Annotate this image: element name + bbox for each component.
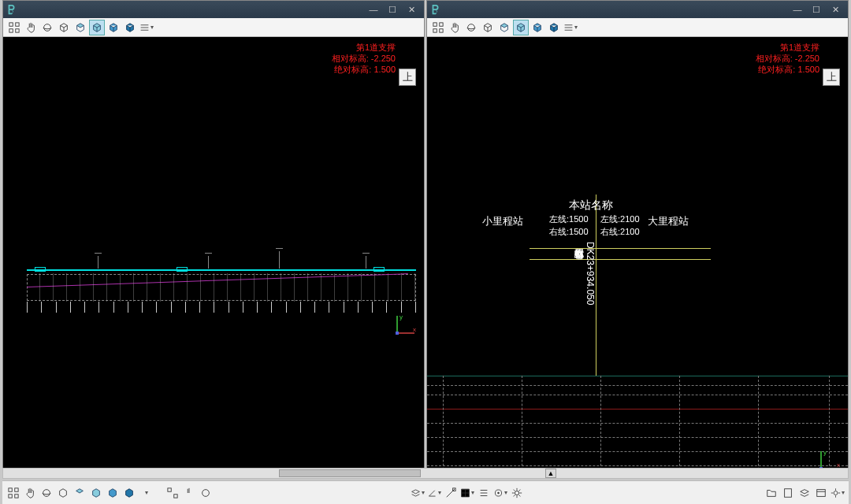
orbit-icon[interactable]	[198, 485, 214, 501]
snap-grid-icon[interactable]	[459, 485, 475, 501]
left-line-bot: 右线:1500	[549, 226, 589, 238]
view-fit-icon[interactable]	[6, 485, 21, 501]
left-viewport[interactable]: 第1道支撑 相对标高: -2.250 绝对标高: 1.500 上	[3, 37, 424, 478]
left-coord-axes: x y	[394, 313, 418, 336]
svg-rect-33	[817, 489, 826, 496]
pan-icon[interactable]	[181, 485, 197, 501]
scroll-thumb[interactable]	[279, 469, 421, 477]
cube-side-icon[interactable]	[513, 20, 529, 35]
view-more-dropdown[interactable]	[139, 20, 154, 35]
cube-solid-icon[interactable]	[122, 20, 138, 35]
view-fit-icon[interactable]	[6, 20, 22, 35]
maximize-button[interactable]: ☐	[807, 2, 826, 17]
svg-point-4	[44, 24, 51, 31]
section-ticks	[27, 302, 416, 316]
right-view-cube[interactable]: 上	[823, 69, 840, 86]
cube-iso-icon[interactable]	[530, 20, 545, 35]
pan-icon[interactable]	[447, 20, 463, 35]
folder-icon[interactable]	[764, 485, 779, 501]
horizontal-scrollbar[interactable]: ▲	[2, 468, 849, 479]
snap-target-icon[interactable]	[492, 485, 508, 501]
lower-grid	[427, 376, 848, 478]
right-line-top: 左线:2100	[600, 213, 640, 225]
view-more-dropdown[interactable]	[563, 20, 578, 35]
snap-endpoint-icon[interactable]	[443, 485, 459, 501]
cube-front-icon[interactable]	[56, 20, 72, 35]
svg-rect-22	[9, 494, 12, 497]
cube-top-icon[interactable]	[72, 20, 88, 35]
sheet-icon[interactable]	[780, 485, 796, 501]
bottom-center-tools	[410, 485, 525, 501]
orbit-icon[interactable]	[39, 20, 55, 35]
pan-icon[interactable]	[22, 485, 38, 501]
cube-solid-icon[interactable]	[121, 485, 137, 501]
window-icon[interactable]	[813, 485, 829, 501]
app-logo-icon	[430, 4, 441, 15]
close-button[interactable]: ✕	[826, 2, 845, 17]
svg-rect-21	[15, 487, 18, 491]
settings-gear-icon[interactable]	[830, 485, 845, 501]
svg-point-14	[468, 24, 475, 31]
scroll-up-arrow[interactable]: ▲	[545, 469, 556, 478]
svg-text:x: x	[413, 326, 416, 333]
cube-iso-icon[interactable]	[106, 20, 121, 35]
snap-angle-icon[interactable]	[426, 485, 442, 501]
left-pane: — ☐ ✕ 第1道支撑 相对标高: -2.250 绝对标高: 1.500 上	[2, 0, 425, 479]
right-overlay-info: 第1道支撑 相对标高: -2.250 绝对标高: 1.500	[756, 42, 819, 75]
cube-front-icon[interactable]	[55, 485, 71, 501]
snap-gear-icon[interactable]	[509, 485, 525, 501]
svg-rect-20	[9, 487, 12, 491]
view-more-dropdown[interactable]	[138, 485, 154, 501]
svg-rect-9	[396, 332, 399, 335]
right-toolbar	[427, 18, 848, 37]
info-line1: 第1道支撑	[756, 42, 819, 53]
svg-text:y: y	[823, 449, 827, 456]
section-hatch	[27, 273, 416, 302]
left-titlebar: — ☐ ✕	[3, 1, 424, 18]
svg-point-30	[497, 491, 499, 493]
cube-side-icon[interactable]	[88, 485, 104, 501]
svg-rect-12	[433, 28, 437, 32]
left-overlay-info: 第1道支撑 相对标高: -2.250 绝对标高: 1.500	[332, 42, 396, 75]
minimize-button[interactable]: —	[788, 2, 807, 17]
left-line-top: 左线:1500	[549, 213, 589, 225]
left-view-cube[interactable]: 上	[399, 69, 416, 86]
workspace: — ☐ ✕ 第1道支撑 相对标高: -2.250 绝对标高: 1.500 上	[2, 0, 849, 479]
svg-point-27	[203, 489, 210, 496]
snap-list-icon[interactable]	[476, 485, 492, 501]
cube-iso-icon[interactable]	[105, 485, 121, 501]
svg-rect-3	[16, 28, 19, 32]
svg-point-24	[43, 489, 50, 496]
station-axis-vertical	[596, 195, 596, 376]
view-fit-icon[interactable]	[165, 485, 180, 501]
view-fit-icon[interactable]	[430, 20, 446, 35]
orbit-icon[interactable]	[39, 485, 54, 501]
cube-solid-icon[interactable]	[546, 20, 562, 35]
svg-rect-0	[9, 22, 13, 25]
station-axis-h2	[530, 259, 711, 260]
orbit-icon[interactable]	[463, 20, 479, 35]
svg-point-31	[515, 491, 518, 495]
right-line-bot: 右线:2100	[600, 226, 640, 238]
cube-side-icon[interactable]	[89, 20, 105, 35]
layers-icon[interactable]	[797, 485, 812, 501]
svg-text:y: y	[399, 313, 403, 321]
svg-rect-2	[9, 28, 13, 32]
bottom-left-tools	[2, 485, 217, 501]
right-pane: — ☐ ✕ 第1道支撑 相对标高: -2.250 绝对标高: 1.500 上	[426, 0, 849, 479]
cube-top-icon[interactable]	[496, 20, 512, 35]
svg-rect-23	[15, 494, 18, 497]
cube-front-icon[interactable]	[480, 20, 496, 35]
svg-rect-32	[785, 488, 792, 497]
station-name-label: 本站名称	[569, 198, 613, 213]
big-station-label: 大里程站	[648, 214, 689, 228]
snap-layers-icon[interactable]	[410, 485, 426, 501]
pan-icon[interactable]	[23, 20, 39, 35]
close-button[interactable]: ✕	[402, 2, 421, 17]
minimize-button[interactable]: —	[364, 2, 383, 17]
maximize-button[interactable]: ☐	[383, 2, 402, 17]
bottom-statusbar	[2, 480, 849, 504]
cube-top-icon[interactable]	[72, 485, 87, 501]
right-viewport[interactable]: 第1道支撑 相对标高: -2.250 绝对标高: 1.500 上 本站名称 小里…	[427, 37, 848, 478]
info-line1: 第1道支撑	[332, 42, 396, 53]
